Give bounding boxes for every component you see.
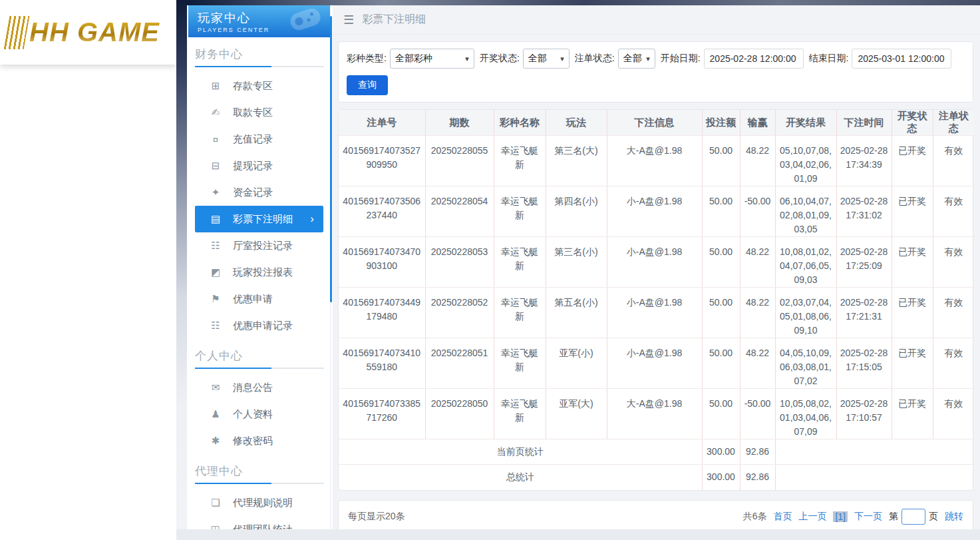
funds-record-icon: ✦ [210, 186, 222, 198]
sidebar-item-deposit-card[interactable]: ⊞存款专区 [187, 73, 330, 99]
page-jump-input[interactable] [901, 509, 925, 525]
table-cell: 50.00 [702, 237, 740, 288]
withdrawal-record-icon: ⊟ [210, 160, 222, 172]
table-cell: 06,10,04,07,02,08,01,09,03,05 [775, 186, 836, 237]
page-title: 彩票下注明细 [362, 13, 426, 27]
table-cell: 20250228055 [425, 136, 494, 186]
section-divider [195, 66, 324, 67]
table-cell: 有效 [933, 389, 974, 439]
table-cell: 2025-02-28 17:21:31 [836, 288, 892, 338]
column-header: 开奖结果 [775, 110, 836, 136]
sidebar-item-label: 优惠申请 [233, 293, 273, 306]
sidebar-item-promo-apply[interactable]: ⚑优惠申请 [187, 286, 330, 312]
first-page-link[interactable]: 首页 [773, 511, 792, 523]
lottery-type-select[interactable]: 全部彩种▾ [390, 49, 474, 69]
prev-page-link[interactable]: 上一页 [798, 511, 826, 523]
table-row: 40156917407350623744020250228054幸运飞艇新第四名… [339, 186, 974, 237]
table-cell: 50.00 [702, 186, 740, 237]
sidebar-item-label: 充值记录 [233, 133, 273, 146]
table-cell: 50.00 [702, 136, 740, 186]
next-page-link[interactable]: 下一页 [854, 511, 882, 523]
sidebar-item-gear[interactable]: ✱修改密码 [187, 427, 330, 454]
table-cell: 第三名(大) [546, 136, 607, 186]
sidebar-scrollbar[interactable] [330, 16, 332, 302]
sidebar-item-agent-rules-doc[interactable]: ❏代理规则说明 [187, 489, 330, 516]
table-cell: 有效 [933, 237, 974, 288]
sidebar-item-recharge-moneybag[interactable]: ¤充值记录 [187, 126, 330, 152]
table-cell: 有效 [933, 186, 974, 237]
summary-row: 当前页统计300.0092.86 [339, 439, 974, 465]
table-cell: 50.00 [702, 389, 740, 439]
jump-suffix: 页 [929, 511, 938, 523]
summary-bet-total: 300.00 [702, 439, 740, 465]
logo-text: HH GAME [29, 17, 160, 47]
sidebar-item-label: 修改密码 [233, 435, 273, 447]
sidebar-item-funds-record[interactable]: ✦资金记录 [187, 179, 330, 206]
table-row: 40156917407347090310020250228053幸运飞艇新第三名… [339, 237, 974, 288]
table-header-row: 注单号期数彩种名称玩法下注信息投注额输赢开奖结果下注时间开奖状态注单状态 [339, 110, 974, 136]
start-date-input[interactable] [704, 49, 804, 69]
table-row: 40156917407352790995020250228055幸运飞艇新第三名… [339, 136, 974, 186]
column-header: 注单号 [339, 110, 425, 136]
chevron-down-icon: ▾ [560, 55, 564, 63]
sidebar-item-user[interactable]: ♟个人资料 [187, 401, 330, 427]
sidebar-item-withdrawal-record[interactable]: ⊟提现记录 [187, 152, 330, 179]
main-area: ☰ 彩票下注明细 彩种类型: 全部彩种▾ 开奖状态: 全部▾ [333, 5, 980, 529]
table-cell: 401569174073385717260 [339, 389, 425, 439]
section-title: 代理中心 [195, 463, 330, 479]
table-cell: 有效 [933, 288, 974, 338]
top-dark-strip [187, 0, 980, 5]
column-header: 开奖状态 [892, 110, 933, 136]
logo-bars-icon [4, 16, 30, 49]
lottery-type-label: 彩种类型: [347, 53, 387, 65]
table-cell: -50.00 [740, 186, 775, 237]
table-cell: 48.22 [740, 136, 775, 186]
end-date-label: 结束日期: [809, 53, 849, 65]
table-cell: 已开奖 [892, 136, 933, 186]
table-cell: 04,05,10,09,06,03,08,01,07,02 [775, 338, 836, 389]
table-cell: 大-A盘@1.98 [607, 136, 702, 186]
deposit-card-icon: ⊞ [210, 80, 222, 92]
hamburger-icon[interactable]: ☰ [343, 13, 354, 27]
table-row: 40156917407341055918020250228051幸运飞艇新亚军(… [339, 338, 974, 389]
column-header: 彩种名称 [494, 110, 546, 136]
end-date-input[interactable] [852, 49, 951, 69]
sidebar-item-player-report[interactable]: ◩玩家投注报表 [187, 259, 330, 286]
table-cell: 48.22 [740, 338, 775, 389]
order-status-select[interactable]: 全部▾ [618, 49, 655, 69]
table-cell: 20250228052 [425, 288, 494, 338]
recharge-moneybag-icon: ¤ [210, 134, 222, 145]
sidebar-header: 玩家中心 PLAYERS CENTER [188, 5, 330, 37]
sidebar-item-bell[interactable]: ✉消息公告 [187, 374, 330, 401]
sidebar: 玩家中心 PLAYERS CENTER 财务中心⊞存款专区✍取款专区¤充值记录⊟… [187, 5, 331, 529]
table-cell: -50.00 [740, 389, 775, 439]
jump-button[interactable]: 跳转 [945, 511, 963, 523]
sidebar-item-promo-record[interactable]: ☷优惠申请记录 [187, 312, 330, 339]
query-button[interactable]: 查询 [347, 75, 388, 95]
bottom-strip [176, 529, 980, 540]
chevron-down-icon: ▾ [465, 55, 469, 63]
table-cell: 401569174073506237440 [339, 186, 425, 237]
table-cell: 2025-02-28 17:15:05 [836, 338, 892, 389]
sidebar-item-lottery-bet-detail[interactable]: ▤彩票下注明细› [195, 206, 323, 232]
sidebar-item-label: 提现记录 [233, 160, 273, 172]
page-size-text: 每页显示20条 [348, 511, 405, 523]
sidebar-item-withdraw-hand[interactable]: ✍取款专区 [187, 99, 330, 126]
table-cell: 10,05,08,02,01,03,04,06,07,09 [775, 389, 836, 439]
sidebar-item-label: 个人资料 [233, 408, 273, 421]
table-cell: 已开奖 [892, 389, 933, 439]
table-cell: 幸运飞艇新 [494, 288, 546, 338]
sidebar-item-hall-bet-record[interactable]: ☷厅室投注记录 [187, 232, 330, 259]
table-cell: 已开奖 [892, 338, 933, 389]
table-cell: 幸运飞艇新 [494, 186, 546, 237]
page-header: ☰ 彩票下注明细 [333, 5, 980, 35]
column-header: 玩法 [546, 110, 607, 136]
order-status-label: 注单状态: [575, 53, 615, 65]
table-cell: 第四名(小) [546, 186, 607, 237]
table-cell: 48.22 [740, 237, 775, 288]
current-page[interactable]: [1] [833, 511, 848, 522]
draw-status-select[interactable]: 全部▾ [523, 49, 570, 69]
table-cell: 20250228053 [425, 237, 494, 288]
footer-card: 每页显示20条 共6条 首页 上一页 [1] 下一页 第 页 跳转 [338, 500, 973, 533]
lottery-bet-detail-icon: ▤ [210, 213, 222, 225]
